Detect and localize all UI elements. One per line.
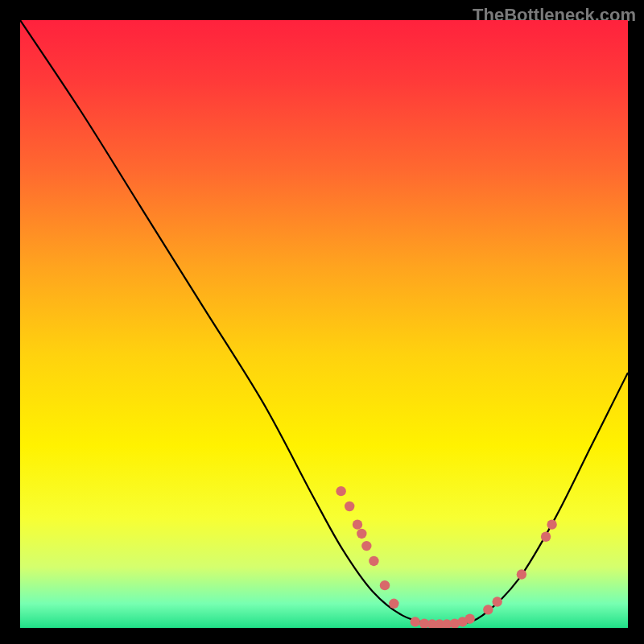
data-dot bbox=[517, 569, 526, 579]
data-dot bbox=[357, 529, 366, 539]
data-dot bbox=[483, 605, 493, 614]
data-dot bbox=[380, 580, 390, 590]
data-dot bbox=[465, 613, 475, 623]
data-dot bbox=[411, 617, 420, 626]
data-dot bbox=[389, 599, 398, 609]
gradient-background bbox=[20, 20, 628, 628]
data-dot bbox=[361, 541, 371, 551]
data-dot bbox=[336, 486, 345, 496]
data-dot bbox=[492, 597, 502, 606]
data-dot bbox=[547, 519, 556, 529]
data-dot bbox=[541, 532, 551, 542]
chart-plot-area bbox=[20, 20, 628, 628]
data-dot bbox=[353, 519, 362, 529]
data-dot bbox=[369, 556, 378, 566]
chart-svg bbox=[20, 20, 628, 628]
data-dot bbox=[345, 502, 354, 511]
